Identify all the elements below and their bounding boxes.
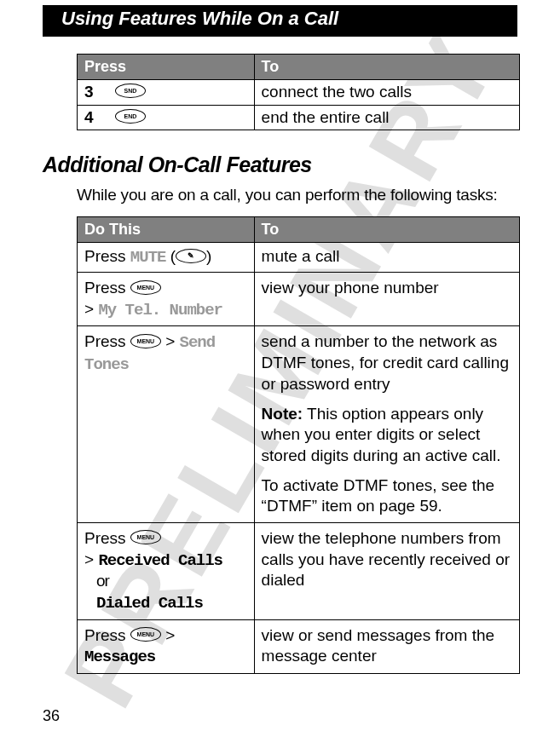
row-desc: connect the two calls	[254, 80, 519, 106]
table1-header-to: To	[254, 55, 519, 80]
row-desc1: send a number to the network as DTMF ton…	[262, 332, 509, 392]
gt-symbol: >	[161, 332, 180, 350]
table-row: 4 END end the entire call	[78, 105, 520, 130]
do-this-table: Do This To Press MUTE (✎) mute a call Pr…	[77, 216, 520, 674]
gt-symbol: >	[161, 626, 175, 644]
menu-messages: Messages	[84, 648, 155, 666]
table-row: Press MENU > Messages view or send messa…	[78, 619, 520, 673]
snd-key-icon: SND	[115, 83, 146, 98]
note-label: Note:	[262, 405, 303, 423]
menu-received: Received Calls	[98, 551, 222, 570]
menu-dialed: Dialed Calls	[96, 594, 203, 613]
end-key-icon: END	[115, 109, 146, 124]
gt-symbol: >	[84, 300, 98, 318]
press-label: Press	[84, 332, 130, 350]
gt-symbol: >	[84, 550, 98, 568]
table1-header-press: Press	[78, 55, 255, 80]
paren-close: )	[206, 247, 211, 265]
press-label: Press	[84, 529, 130, 547]
press-label: Press	[84, 247, 130, 265]
menu-key-icon: MENU	[130, 280, 161, 295]
row-desc: view your phone number	[254, 273, 519, 326]
intro-paragraph: While you are on a call, you can perform…	[77, 186, 517, 204]
page-content: Using Features While On a Call Press To …	[0, 0, 560, 674]
menu-key-icon: MENU	[130, 334, 161, 348]
page-number: 36	[43, 707, 60, 725]
table-row: Press MENU > Send Tones send a number to…	[78, 326, 520, 523]
paren-open: (	[165, 247, 176, 265]
row-desc: end the entire call	[254, 105, 519, 130]
table2-header-dothis: Do This	[78, 217, 255, 243]
row-desc: view the telephone numbers from calls yo…	[254, 522, 519, 619]
table2-header-to: To	[254, 217, 519, 243]
press-label: Press	[84, 279, 130, 297]
table-row: Press MUTE (✎) mute a call	[78, 243, 520, 273]
or-text: or	[96, 572, 109, 590]
section-title: Additional On-Call Features	[43, 153, 517, 177]
menu-mute: MUTE	[130, 248, 166, 267]
table-row: Press MENU > My Tel. Number view your ph…	[78, 273, 520, 326]
table-row: 3 SND connect the two calls	[78, 80, 520, 106]
table-row: Press MENU > Received Calls or Dialed Ca…	[78, 522, 520, 619]
chapter-title: Using Features While On a Call	[43, 5, 517, 37]
mute-key-icon: ✎	[176, 249, 206, 263]
step-number: 4	[84, 108, 94, 126]
press-label: Press	[84, 626, 130, 644]
menu-mytel: My Tel. Number	[98, 301, 222, 320]
row-desc2: To activate DTMF tones, see the “DTMF” i…	[262, 476, 495, 515]
row-desc: view or send messages from the message c…	[254, 619, 519, 673]
press-to-table: Press To 3 SND connect the two calls 4 E…	[77, 54, 520, 130]
row-desc: mute a call	[254, 243, 519, 273]
menu-key-icon: MENU	[130, 530, 161, 544]
menu-key-icon: MENU	[130, 627, 161, 642]
step-number: 3	[84, 83, 94, 101]
